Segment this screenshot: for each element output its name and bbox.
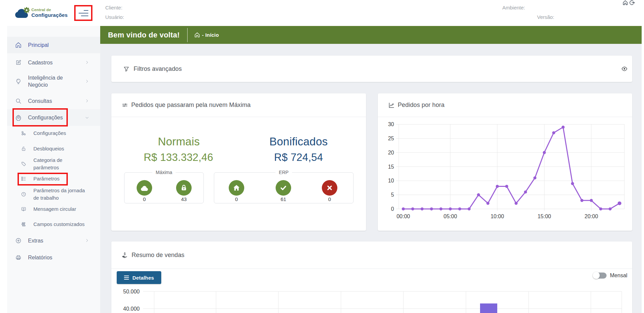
unlock-icon — [21, 146, 26, 151]
svg-text:10: 10 — [388, 178, 394, 183]
sidebar-item-relatorios[interactable]: Relatórios — [7, 249, 100, 265]
sidebar-item-label: Extras — [28, 237, 82, 244]
menu-icon — [124, 275, 129, 280]
breadcrumb-home-icon[interactable] — [194, 32, 200, 38]
filtros-avancados-card: Filtros avançados — [111, 56, 632, 82]
cloud-icon — [137, 180, 152, 196]
mensal-toggle-label: Mensal — [610, 273, 627, 279]
mensal-toggle[interactable] — [593, 273, 607, 279]
client-label: Cliente: — [105, 5, 122, 10]
sidebar-item-label: Configurações — [33, 130, 85, 137]
sliders-icon — [122, 102, 128, 108]
erp-check-count: 61 — [281, 196, 286, 202]
resumo-title: Resumo de vendas — [132, 252, 185, 259]
sidebar-item-principal[interactable]: Principal — [7, 37, 100, 53]
erp-x-count: 0 — [328, 196, 331, 202]
lightbulb-icon — [15, 78, 22, 85]
share-nodes-icon — [21, 131, 26, 136]
pedidos-nuvem-title: Pedidos que passaram pela nuvem Máxima — [131, 102, 251, 109]
logo-text: Central de Configurações — [31, 8, 68, 18]
svg-text:05:00: 05:00 — [444, 214, 457, 219]
check-icon — [276, 180, 291, 196]
message-icon — [21, 206, 26, 212]
sidebar-item-label: Desbloqueios — [33, 145, 85, 152]
svg-text:10:00: 10:00 — [491, 214, 504, 219]
funnel-icon — [123, 66, 129, 72]
sidebar-item-categoria-de-parametros-sub[interactable]: Categoria de parâmetros — [7, 156, 100, 171]
maxima-group: Máxima — [124, 172, 204, 203]
erp-legend: ERP — [276, 170, 292, 175]
svg-text:15: 15 — [388, 164, 394, 170]
sidebar-item-label: Parâmetros — [33, 175, 85, 182]
pedidos-hora-title: Pedidos por hora — [398, 102, 445, 109]
sidebar-item-configuracoes[interactable]: Configurações — [7, 109, 100, 126]
logout-icon[interactable] — [629, 0, 635, 5]
chart-line-icon — [388, 102, 395, 108]
normais-label: Normais — [158, 135, 200, 148]
home-solid-icon — [229, 180, 244, 196]
sidebar-item-label: Cadastros — [28, 59, 82, 66]
sidebar-item-label: Parâmetros da jornada de trabalho — [33, 187, 85, 202]
normais-value: R$ 133.332,46 — [144, 151, 213, 164]
svg-text:50.000: 50.000 — [123, 289, 140, 294]
cloud-count: 0 — [143, 196, 146, 202]
svg-text:20:00: 20:00 — [585, 214, 598, 219]
pedidos-nuvem-card: Pedidos que passaram pela nuvem Máxima N… — [111, 93, 366, 231]
welcome-banner: Bem vindo de volta! - Início — [100, 26, 642, 44]
sidebar-item-extras[interactable]: Extras — [7, 232, 100, 249]
edit-icon — [15, 59, 22, 66]
logo-line1: Central de — [31, 8, 68, 12]
svg-text:0: 0 — [391, 206, 394, 212]
maxima-legend: Máxima — [152, 170, 175, 175]
search-icon — [15, 97, 22, 104]
eye-icon[interactable] — [621, 66, 628, 72]
breadcrumb[interactable]: - Início — [202, 32, 219, 38]
resumo-vendas-chart[interactable]: 50.00040.000 — [111, 285, 632, 313]
sidebar-item-parametros-da-jornada-de-trabalho-sub[interactable]: Parâmetros da jornada de trabalho — [7, 187, 100, 202]
erp-home-count: 0 — [235, 196, 238, 202]
detalhes-button-label: Detalhes — [132, 275, 154, 281]
chevron-right-icon — [85, 98, 89, 103]
hamburger-line — [81, 16, 88, 16]
welcome-title: Bem vindo de volta! — [108, 31, 180, 39]
hamburger-line — [84, 10, 88, 11]
sidebar-item-inteligencia-de-negocio[interactable]: Inteligência de Negócio — [7, 70, 100, 92]
scrollbar-track[interactable] — [642, 0, 644, 313]
svg-text:25: 25 — [388, 136, 394, 141]
filtros-title: Filtros avançados — [134, 65, 182, 73]
sidebar-item-desbloqueios-sub[interactable]: Desbloqueios — [7, 141, 100, 156]
svg-text:00:00: 00:00 — [396, 214, 410, 219]
top-header: Central de Configurações Cliente: Usuári… — [0, 0, 644, 26]
toggle-knob — [593, 272, 600, 279]
sidebar-item-cadastros[interactable]: Cadastros — [7, 54, 100, 70]
bonificados-value: R$ 724,54 — [274, 151, 323, 164]
gear-icon — [15, 114, 22, 121]
logo-line2: Configurações — [31, 12, 68, 18]
lock-icon — [176, 180, 192, 196]
home-icon[interactable] — [622, 0, 628, 5]
detalhes-button[interactable]: Detalhes — [117, 271, 161, 284]
sidebar-item-mensagem-circular-sub[interactable]: Mensagem circular — [7, 202, 100, 217]
hamburger-line — [79, 13, 88, 13]
sidebar-toggle-button[interactable] — [77, 8, 89, 17]
pedidos-por-hora-chart[interactable]: 05101520253000:0005:0010:0015:0020:00 — [378, 117, 632, 231]
list-icon — [21, 176, 26, 181]
x-icon — [322, 180, 337, 196]
chevron-right-icon — [85, 238, 89, 243]
sidebar-item-label: Campos customizados — [33, 221, 85, 228]
printer-icon — [15, 254, 22, 261]
sidebar-item-consultas[interactable]: Consultas — [7, 93, 100, 109]
chevron-down-icon — [85, 115, 89, 120]
home-icon — [15, 42, 22, 49]
sidebar-item-label: Mensagem circular — [33, 205, 85, 213]
cloud-gear-logo-icon — [15, 7, 30, 19]
sidebar-item-parametros-sub[interactable]: Parâmetros — [7, 171, 100, 186]
svg-text:40.000: 40.000 — [123, 306, 140, 312]
svg-text:15:00: 15:00 — [537, 214, 551, 219]
sidebar-item-campos-customizados-sub[interactable]: Campos customizados — [7, 217, 100, 232]
sidebar-item-label: Relatórios — [28, 254, 82, 261]
sidebar-item-configuracoes-sub[interactable]: Configurações — [7, 126, 100, 141]
version-label: Versão: — [537, 14, 554, 20]
user-label: Usuário: — [105, 14, 124, 20]
sidebar-item-label: Inteligência de Negócio — [28, 74, 82, 88]
